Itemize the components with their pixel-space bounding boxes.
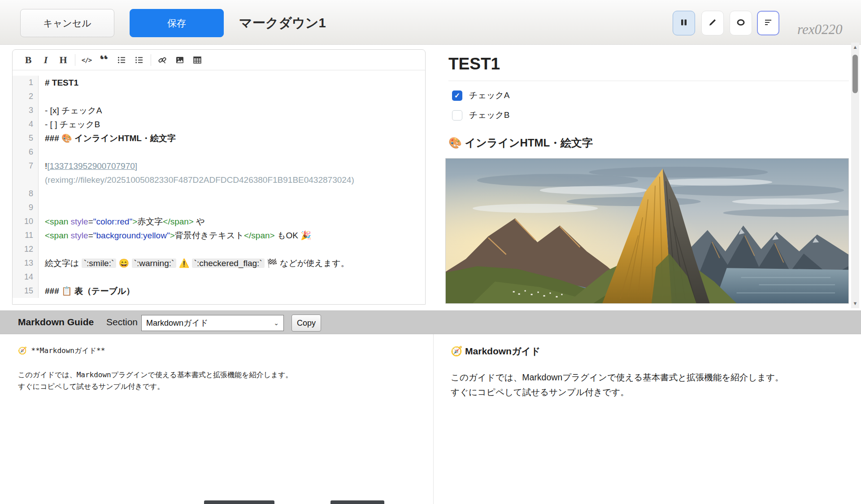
code-segment: 表（テーブル） (72, 286, 135, 296)
line-number: 6 (13, 145, 39, 159)
cancel-button[interactable]: キャンセル (20, 9, 114, 37)
code-segment: "color:red" (93, 217, 132, 226)
line-number: 2 (13, 90, 39, 103)
save-button[interactable]: 保存 (130, 9, 224, 37)
editor-line-content: # TEST1 (39, 76, 425, 90)
code-segment: もOK (275, 231, 300, 240)
guide-preview-paragraph: このガイドでは、Markdownプラグインで使える基本書式と拡張機能を紹介します… (451, 370, 784, 400)
checkbox-unchecked[interactable] (452, 110, 462, 121)
line-number: 1 (13, 76, 39, 90)
code-button[interactable]: </> (80, 53, 93, 67)
code-segment: style (71, 217, 88, 226)
guide-source-paragraph: このガイドでは、Markdownプラグインで使える基本書式と拡張機能を紹介します… (18, 369, 293, 392)
outline-icon (764, 18, 773, 29)
code-segment: </span> (163, 217, 194, 226)
markdown-guide-bar: Markdown Guide Section Markdownガイド ⌄ Cop… (0, 310, 861, 334)
editor-line: 15### 📋 表（テーブル） (13, 284, 425, 298)
emoji-glyph: ⚠️ (179, 258, 190, 268)
line-number: 9 (13, 201, 39, 215)
line-number: 5 (13, 131, 39, 145)
heading-button[interactable]: H (57, 53, 70, 67)
pencil-icon (708, 18, 717, 29)
emoji-glyph: 😄 (119, 258, 130, 268)
checkbox-checked[interactable]: ✓ (452, 90, 462, 101)
code-segment: # TEST1 (45, 78, 78, 87)
guide-section-select[interactable]: Markdownガイド ⌄ (141, 315, 284, 331)
editor-line: 12 (13, 242, 425, 256)
editor-line-content: - [x] チェックA (39, 103, 425, 117)
guide-source-line2: すぐにコピペして試せるサンプル付きです。 (18, 381, 293, 392)
guide-source-title-markup: **Markdownガイド** (27, 346, 105, 355)
table-icon (193, 56, 202, 65)
code-segment: や (194, 217, 205, 226)
editor-line-content (39, 201, 425, 215)
emoji-glyph: 🏁 (267, 258, 278, 268)
code-segment: 赤文字 (137, 217, 163, 226)
guide-preview-title-text: Markdownガイド (462, 346, 540, 356)
code-segment: `:checkered_flag:` (192, 258, 265, 268)
preview-scrollbar-thumb[interactable] (852, 55, 858, 93)
image-icon (175, 56, 184, 65)
pause-button[interactable] (673, 11, 695, 35)
preview-heading-3-text: インラインHTML・絵文字 (462, 137, 593, 149)
editor-line: 10<span style="color:red">赤文字</span> や (13, 215, 425, 228)
emoji-glyph: 🎉 (300, 231, 311, 240)
editor-line: 14 (13, 270, 425, 284)
pause-icon (679, 18, 688, 29)
guide-preview-line1: このガイドでは、Markdownプラグインで使える基本書式と拡張機能を紹介します… (451, 370, 784, 385)
guide-preview-title: 🧭 Markdownガイド (451, 345, 540, 358)
header-bar: キャンセル 保存 マークダウン1 rex0220 (0, 0, 861, 45)
editor-line-content: - [ ] チェックB (39, 117, 425, 131)
edit-button[interactable] (701, 11, 724, 35)
guide-title: Markdown Guide (18, 317, 94, 327)
italic-button[interactable]: I (39, 53, 52, 67)
image-button[interactable] (173, 53, 187, 67)
line-number: 13 (13, 256, 39, 270)
link-button[interactable] (156, 53, 169, 67)
clipped-content-bar (204, 500, 274, 504)
scroll-down-arrow[interactable]: ▼ (851, 300, 859, 306)
code-segment: ### (45, 286, 61, 296)
editor-line-content: ### 📋 表（テーブル） (39, 284, 425, 298)
ordered-list-button[interactable] (132, 53, 146, 67)
scroll-up-arrow[interactable]: ▲ (851, 44, 859, 50)
editor-line: 4- [ ] チェックB (13, 117, 425, 131)
checklist-item: チェックB (452, 110, 849, 121)
checkbox-label: チェックA (469, 90, 509, 101)
code-segment: (reximg://filekey/20251005082330F487D2AD… (45, 173, 354, 187)
line-number: 3 (13, 103, 39, 117)
guide-section-label: Section (106, 317, 138, 327)
editor-line: 6 (13, 145, 425, 159)
table-button[interactable] (191, 53, 204, 67)
code-segment: "background:yellow" (93, 231, 170, 240)
mountain-photo-graphic (446, 159, 848, 303)
preview-button[interactable] (730, 11, 752, 35)
editor-line-content (39, 187, 425, 201)
outline-button[interactable] (757, 11, 779, 35)
line-number: 11 (13, 228, 39, 242)
pane-divider (433, 334, 434, 504)
preview-heading-3: 🎨 インラインHTML・絵文字 (448, 136, 849, 150)
document-title: マークダウン1 (239, 14, 326, 32)
eye-icon (736, 18, 746, 29)
copy-button[interactable]: Copy (291, 314, 321, 332)
editor-line: 5### 🎨 インラインHTML・絵文字 (13, 131, 425, 145)
line-number: 4 (13, 117, 39, 131)
editor-line-content (39, 242, 425, 256)
editor-line-content: <span style="background:yellow">背景付きテキスト… (39, 228, 425, 242)
quote-button[interactable]: “ (97, 56, 111, 65)
preview-divider (448, 81, 849, 81)
code-segment: 背景付きテキスト (175, 231, 244, 240)
preview-heading-1: TEST1 (448, 55, 849, 73)
line-number: 8 (13, 187, 39, 201)
guide-source-line1: このガイドでは、Markdownプラグインで使える基本書式と拡張機能を紹介します… (18, 369, 293, 381)
editor-code-area[interactable]: 1# TEST123- [x] チェックA4- [ ] チェックB5### 🎨 … (13, 76, 425, 298)
code-segment (129, 258, 131, 268)
bold-button[interactable]: B (22, 53, 35, 67)
checkbox-label: チェックB (469, 109, 509, 121)
unordered-list-button[interactable] (115, 53, 128, 67)
mountain-fjord-photo (445, 158, 849, 304)
code-segment: `:warning:` (132, 258, 177, 268)
line-number: 10 (13, 215, 39, 228)
numbered-list-icon (135, 56, 144, 65)
